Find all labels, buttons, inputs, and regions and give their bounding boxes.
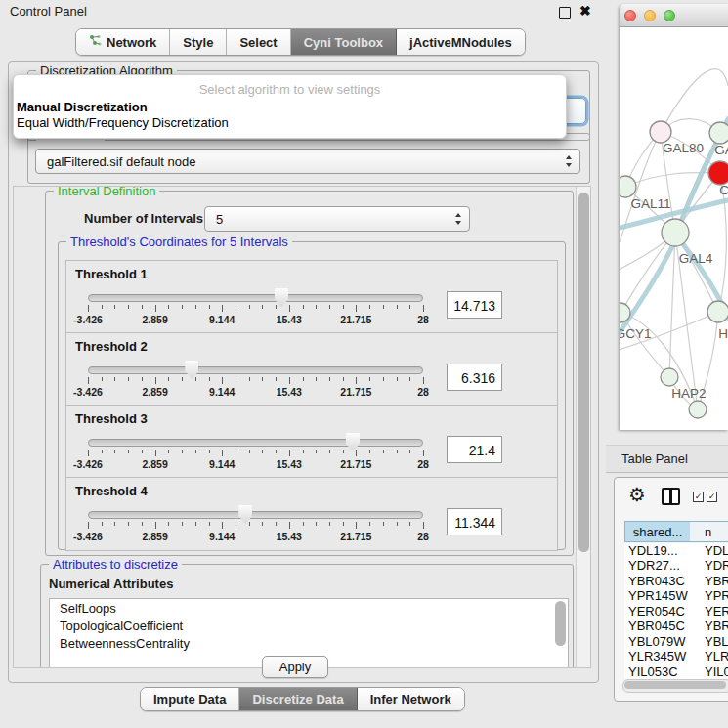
network-icon bbox=[89, 34, 102, 50]
checkbox-icon[interactable]: ✓ bbox=[693, 492, 704, 502]
slider-tick bbox=[262, 305, 263, 309]
network-node-c[interactable] bbox=[708, 161, 728, 185]
slider-thumb[interactable] bbox=[185, 361, 198, 379]
number-of-intervals-combobox[interactable]: 5 bbox=[204, 206, 470, 232]
tab-jactivemnodules[interactable]: jActiveMNodules bbox=[397, 29, 525, 55]
checkbox-icon[interactable]: ✓ bbox=[707, 492, 717, 502]
horizontal-scrollbar-thumb[interactable] bbox=[624, 681, 726, 689]
threshold-slider[interactable]: -3.4262.8599.14415.4321.71528 bbox=[88, 505, 423, 544]
slider-tick bbox=[383, 305, 384, 309]
node-label: H bbox=[718, 326, 728, 341]
number-of-intervals-label: Number of Intervals bbox=[84, 211, 203, 226]
table-row[interactable]: YDR27...YDR2 bbox=[624, 558, 728, 574]
slider-thumb[interactable] bbox=[275, 288, 288, 307]
list-item-topologicalcoefficient[interactable]: TopologicalCoefficient bbox=[50, 617, 568, 634]
slider-tick bbox=[289, 305, 290, 312]
threshold-value-field[interactable]: 6.316 bbox=[447, 364, 502, 391]
close-icon[interactable]: ✖ bbox=[579, 3, 591, 19]
slider-tick bbox=[102, 450, 103, 453]
horizontal-scrollbar[interactable] bbox=[622, 679, 728, 693]
list-item-selfloops[interactable]: SelfLoops bbox=[50, 599, 568, 617]
network-node-hap2[interactable] bbox=[661, 368, 678, 386]
popup-option-equal-width-frequency-discretization[interactable]: Equal Width/Frequency Discretization bbox=[17, 115, 229, 130]
tick-label: 21.715 bbox=[334, 458, 377, 470]
slider-tick bbox=[343, 450, 344, 453]
threshold-slider[interactable]: -3.4262.8599.14415.4321.71528 bbox=[88, 361, 423, 400]
slider-tick bbox=[289, 450, 290, 456]
table-row[interactable]: YER054CYER0 bbox=[624, 604, 728, 620]
tick-label: -3.426 bbox=[66, 314, 109, 325]
traffic-light-close[interactable] bbox=[624, 10, 636, 21]
list-item-betweennesscentrality[interactable]: BetweennessCentrality bbox=[50, 634, 568, 652]
slider-tick bbox=[276, 305, 277, 309]
slider-tick bbox=[303, 522, 304, 526]
slider-tick bbox=[409, 450, 410, 453]
threshold-panel: Threshold 2-3.4262.8599.14415.4321.71528… bbox=[65, 332, 558, 407]
tab-network[interactable]: Network bbox=[76, 29, 170, 55]
split-view-icon[interactable] bbox=[662, 488, 680, 505]
apply-button[interactable]: Apply bbox=[262, 656, 328, 678]
control-panel-titlebar: Control Panel ✖ bbox=[0, 0, 606, 23]
table-cell: YPR145W bbox=[628, 588, 688, 603]
slider-track[interactable] bbox=[88, 294, 423, 302]
vertical-scrollbar-thumb[interactable] bbox=[578, 193, 589, 552]
table-row[interactable]: YBL079WYBL0 bbox=[624, 634, 728, 650]
float-icon[interactable] bbox=[559, 7, 571, 19]
vertical-scrollbar[interactable] bbox=[576, 187, 591, 667]
slider-tick bbox=[155, 305, 156, 312]
slider-track[interactable] bbox=[88, 511, 423, 519]
tab-discretize-data[interactable]: Discretize Data bbox=[239, 688, 357, 710]
tick-label: -3.426 bbox=[66, 531, 109, 542]
table-data-combobox[interactable]: galFiltered.sif default node bbox=[35, 149, 580, 174]
network-node-gal80[interactable] bbox=[650, 121, 671, 143]
slider-tick bbox=[423, 522, 424, 529]
number-of-intervals-value: 5 bbox=[216, 212, 223, 227]
tick-label: 9.144 bbox=[200, 458, 243, 470]
slider-tick bbox=[88, 522, 89, 529]
interval-definition-label: Interval Definition bbox=[54, 186, 159, 198]
network-node-gal11[interactable] bbox=[620, 176, 636, 197]
gear-icon[interactable]: ⚙ bbox=[628, 483, 646, 506]
tab-cyni-toolbox[interactable]: Cyni Toolbox bbox=[291, 29, 397, 55]
network-edge bbox=[621, 233, 675, 313]
slider-tick bbox=[128, 522, 129, 526]
slider-track[interactable] bbox=[88, 366, 423, 374]
node-label: GA bbox=[714, 143, 728, 157]
traffic-light-zoom[interactable] bbox=[664, 10, 675, 21]
threshold-value-field[interactable]: 21.4 bbox=[447, 436, 502, 463]
network-node-ga[interactable] bbox=[709, 122, 728, 144]
table-row[interactable]: YPR145WYPR1 bbox=[624, 588, 728, 604]
tab-style[interactable]: Style bbox=[170, 29, 227, 55]
tab-impute-data[interactable]: Impute Data bbox=[141, 688, 239, 710]
slider-tick bbox=[142, 522, 143, 526]
table-row[interactable]: YBR043CYBR0 bbox=[624, 574, 728, 589]
tab-infer-network[interactable]: Infer Network bbox=[358, 688, 464, 710]
table-row[interactable]: YDL19...YDL1 bbox=[624, 543, 728, 559]
slider-thumb[interactable] bbox=[346, 433, 360, 451]
threshold-value-field[interactable]: 14.713 bbox=[447, 291, 502, 319]
slider-tick bbox=[236, 305, 236, 309]
threshold-slider[interactable]: -3.4262.8599.14415.4321.71528 bbox=[88, 288, 423, 327]
slider-track[interactable] bbox=[88, 439, 423, 447]
slider-thumb[interactable] bbox=[238, 505, 252, 524]
network-node-h[interactable] bbox=[707, 301, 728, 322]
slider-tick bbox=[209, 450, 210, 453]
slider-tick bbox=[356, 522, 357, 529]
table-cell: YPR1 bbox=[705, 588, 728, 603]
table-cell: YER0 bbox=[705, 604, 728, 619]
table-row[interactable]: YIL053CYIL0 bbox=[624, 664, 728, 680]
column-header-name[interactable]: n bbox=[690, 521, 728, 542]
threshold-slider[interactable]: -3.4262.8599.14415.4321.71528 bbox=[88, 433, 423, 472]
slider-tick bbox=[102, 305, 103, 309]
table-row[interactable]: YLR345WYLR3 bbox=[624, 649, 728, 664]
network-node[interactable] bbox=[689, 401, 707, 418]
network-window: GAL80GACGAL11GAL4GCY1HHAP2 bbox=[620, 4, 728, 430]
threshold-value-field[interactable]: 11.344 bbox=[447, 508, 502, 535]
column-header-shared-name[interactable]: shared... bbox=[624, 521, 691, 542]
tab-select[interactable]: Select bbox=[227, 29, 290, 55]
network-node-gal4[interactable] bbox=[662, 219, 689, 246]
popup-option-manual-discretization[interactable]: Manual Discretization bbox=[17, 100, 148, 114]
table-row[interactable]: YBR045CYBR0 bbox=[624, 619, 728, 634]
list-scrollbar-thumb[interactable] bbox=[555, 601, 566, 646]
traffic-light-minimize[interactable] bbox=[644, 10, 656, 21]
